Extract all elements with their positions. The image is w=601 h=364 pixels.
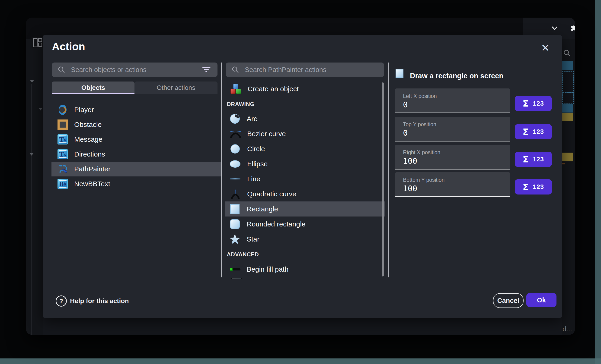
bottom-y-position-field[interactable]: Bottom Y position 100 [395, 172, 510, 197]
search-placeholder: Search PathPainter actions [245, 66, 326, 74]
text-object-icon: Tx [58, 134, 68, 144]
rectangle-action-icon [396, 69, 403, 78]
cancel-button[interactable]: Cancel [493, 293, 523, 308]
sigma-icon: Σ [523, 98, 529, 109]
tab-other-actions[interactable]: Other actions [134, 82, 218, 94]
fold-arrow-icon[interactable] [30, 80, 34, 82]
text-object-icon: Tx [58, 149, 68, 159]
action-label: Circle [247, 145, 265, 153]
object-row-message[interactable]: Tx Message [51, 132, 221, 147]
action-row-arc[interactable]: Arc [225, 111, 385, 126]
extensions-puzzle-icon[interactable] [570, 24, 575, 32]
right-x-position-field[interactable]: Right X position 100 [395, 145, 510, 170]
field-value[interactable]: 0 [403, 128, 408, 138]
begin-fill-path-icon [230, 268, 240, 271]
action-row-line[interactable]: Line [225, 171, 385, 186]
action-row-begin-fill-path[interactable]: Begin fill path [225, 262, 385, 277]
action-label: Quadratic curve [247, 190, 296, 198]
action-row-bezier-curve[interactable]: Bezier curve [225, 126, 385, 141]
action-label: Rectangle [247, 205, 278, 213]
event-drop-outline [562, 71, 574, 104]
field-value[interactable]: 100 [403, 184, 417, 193]
action-row-star[interactable]: Star [225, 231, 385, 247]
field-label: Right X position [403, 149, 440, 156]
numbers-label: 123 [533, 128, 544, 135]
help-link[interactable]: Help for this action [70, 297, 129, 305]
filter-icon[interactable] [202, 67, 210, 73]
numbers-label: 123 [533, 183, 544, 191]
section-header-advanced: ADVANCED [227, 251, 259, 258]
expression-builder-button[interactable]: Σ 123 [515, 124, 552, 139]
quadratic-curve-icon [230, 189, 241, 199]
rectangle-icon [230, 204, 240, 214]
field-value[interactable]: 100 [403, 156, 417, 166]
action-row-quadratic-curve[interactable]: Quadratic curve [225, 186, 385, 201]
object-row-player[interactable]: Player [51, 102, 221, 117]
object-row-obstacle[interactable]: Obstacle [51, 117, 221, 132]
dialog-close-icon[interactable]: ✕ [538, 41, 552, 55]
action-row-circle[interactable]: Circle [225, 141, 385, 156]
line-icon [230, 178, 240, 180]
star-icon [230, 234, 240, 244]
expression-builder-button[interactable]: Σ 123 [515, 96, 552, 111]
expression-builder-button[interactable]: Σ 123 [515, 179, 552, 194]
search-icon [58, 66, 65, 74]
obstacle-icon [58, 119, 68, 130]
object-row-newbbtext[interactable]: Bb NewBBText [51, 176, 221, 191]
top-y-position-field[interactable]: Top Y position 0 [395, 117, 510, 142]
layout-panels-icon[interactable] [33, 38, 38, 47]
action-row-rectangle[interactable]: Rectangle [225, 201, 385, 217]
numbers-label: 123 [533, 156, 544, 163]
event-block-comment [562, 113, 573, 121]
action-label: Line [247, 175, 260, 183]
tab-label: Other actions [157, 84, 195, 91]
object-row-pathpainter[interactable]: PathPainter [51, 162, 221, 176]
search-icon [231, 66, 239, 74]
object-label: NewBBText [74, 180, 110, 188]
action-row-rounded-rectangle[interactable]: Rounded rectangle [225, 217, 385, 231]
expression-builder-button[interactable]: Σ 123 [515, 152, 552, 167]
tab-label: Objects [81, 84, 105, 91]
action-label: Star [247, 235, 260, 243]
action-label: Arc [247, 115, 257, 123]
create-object-icon [230, 84, 241, 94]
chevron-down-icon[interactable] [551, 25, 558, 32]
field-label: Bottom Y position [403, 177, 444, 183]
events-editor-right-edge: d... [562, 39, 575, 335]
panel-divider [221, 63, 222, 278]
sigma-icon: Σ [523, 154, 529, 164]
actions-scrollbar[interactable] [382, 82, 384, 277]
action-row-ellipse[interactable]: Ellipse [225, 156, 385, 171]
field-value[interactable]: 0 [403, 100, 408, 109]
left-x-position-field[interactable]: Left X position 0 [395, 88, 510, 113]
action-row-create-object[interactable]: Create an object [225, 82, 385, 96]
desktop-edge [595, 0, 601, 364]
player-icon [58, 105, 68, 115]
action-dialog: Action ✕ Search objects or actions Objec… [43, 35, 562, 318]
object-label: Message [74, 135, 102, 143]
actions-search-input[interactable]: Search PathPainter actions [226, 63, 384, 77]
search-icon[interactable] [563, 49, 571, 57]
help-icon[interactable]: ? [56, 296, 67, 307]
action-label: Ellipse [247, 160, 268, 168]
app-window: Home NewScene × NewScene (Events) × Unti… [26, 18, 575, 335]
clipped-background-text: d... [562, 325, 572, 333]
fold-arrow-icon[interactable] [29, 153, 34, 156]
bbtext-icon: Bb [58, 179, 68, 189]
action-row-clipped[interactable] [225, 277, 385, 279]
object-label: PathPainter [74, 165, 110, 173]
action-label: Begin fill path [247, 265, 289, 273]
event-tree-line [31, 84, 32, 335]
fold-arrow-small-icon[interactable] [39, 108, 42, 110]
tab-objects[interactable]: Objects [52, 82, 134, 94]
sigma-icon: Σ [523, 182, 529, 192]
events-editor-left-edge [26, 39, 43, 335]
sigma-icon: Σ [523, 127, 529, 137]
field-label: Left X position [403, 93, 437, 99]
event-block [562, 61, 573, 70]
object-label: Directions [74, 150, 105, 158]
action-label: Rounded rectangle [247, 220, 306, 228]
objects-search-input[interactable]: Search objects or actions [52, 63, 218, 77]
ok-button[interactable]: Ok [526, 293, 556, 307]
object-row-directions[interactable]: Tx Directions [51, 147, 221, 162]
